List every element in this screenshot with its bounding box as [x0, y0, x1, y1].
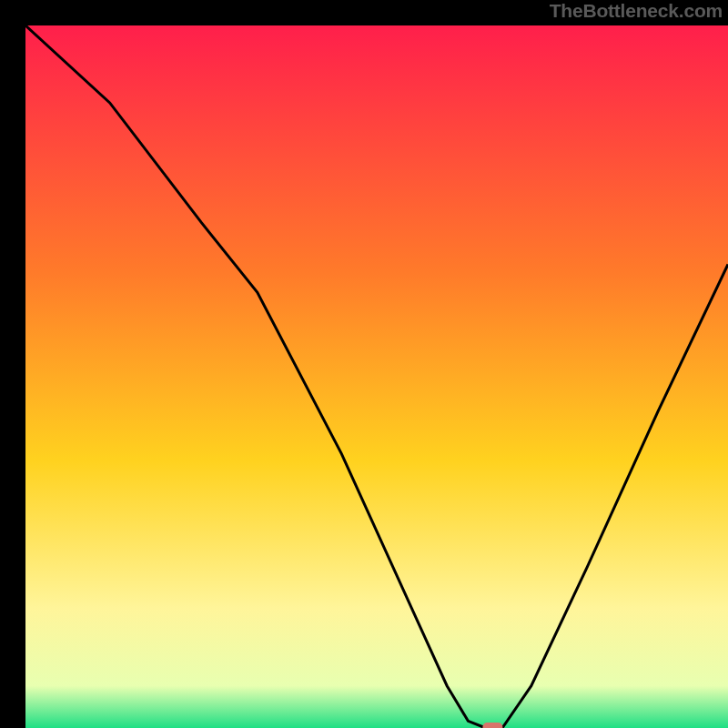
- optimal-marker: [482, 723, 502, 728]
- watermark-label: TheBottleneck.com: [550, 0, 723, 22]
- chart-canvas: [25, 25, 728, 728]
- chart-frame: [13, 13, 715, 715]
